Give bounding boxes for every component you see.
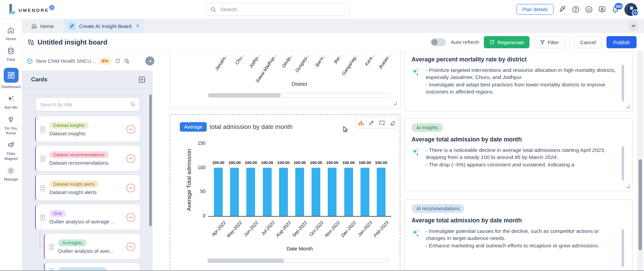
- divider: [569, 38, 570, 46]
- tab-create-ai-insight-board[interactable]: Create AI Insight Board ×: [63, 19, 144, 33]
- dataset-refresh-icon[interactable]: [115, 58, 121, 64]
- card-title: Dataset insights: [49, 131, 89, 136]
- home-icon: [7, 26, 15, 35]
- ai-card-resize-handle[interactable]: [626, 185, 629, 188]
- drag-handle-icon[interactable]: [40, 126, 45, 133]
- collapse-panel-button[interactable]: [145, 56, 154, 65]
- page-scroll-thumb[interactable]: [639, 159, 642, 250]
- chart-card-admissions[interactable]: Average total admission by date month Av…: [170, 114, 400, 271]
- magnet-icon: [7, 141, 15, 150]
- admissions-chart-hscrollbar[interactable]: [207, 259, 390, 263]
- auto-refresh-toggle[interactable]: [430, 38, 446, 46]
- notifications-bell-icon[interactable]: 354: [611, 5, 619, 13]
- date-month-axis-title: Date Month: [252, 246, 347, 251]
- cards-panel-header: Cards: [22, 71, 153, 88]
- regenerate-label: Regenerate: [497, 39, 524, 45]
- remove-card-button[interactable]: [126, 242, 135, 251]
- ai-card-text: - Prioritize targeted interventions and …: [426, 66, 625, 96]
- support-bot-icon[interactable]: [585, 5, 593, 13]
- sidebar-item-ask-me[interactable]: Ask Me: [0, 95, 22, 110]
- add-card-button[interactable]: [139, 76, 145, 83]
- sidebar-item-data-magnet[interactable]: Data Magnet: [0, 141, 22, 161]
- card-item[interactable]: Dataset recommendationsDataset recommend…: [35, 146, 140, 171]
- card-title: Dataset insight alerts: [49, 189, 98, 195]
- drag-handle-icon[interactable]: [49, 243, 54, 250]
- card-search-box[interactable]: [35, 97, 140, 111]
- sidebar-item-manage[interactable]: Manage: [0, 167, 22, 182]
- cards-panel-scroll-thumb[interactable]: [149, 94, 152, 226]
- card-item[interactable]: Dataset insightsDataset insights: [35, 116, 140, 142]
- admissions-chart-hscroll-thumb[interactable]: [207, 259, 284, 263]
- x-axis-tick-label: Jun-2022: [243, 220, 259, 238]
- dataset-progress-badge: 8%: [98, 57, 112, 65]
- tab-home[interactable]: Home: [30, 19, 55, 33]
- x-axis-tick-label: Sep-2022: [291, 220, 308, 238]
- gear-icon: [7, 167, 15, 175]
- sidebar-item-home[interactable]: Home: [0, 26, 22, 41]
- remove-card-button[interactable]: [126, 213, 135, 222]
- ai-sparkle-icon: [412, 227, 422, 249]
- bar: [279, 168, 288, 216]
- remove-card-button[interactable]: [126, 154, 135, 163]
- card-item[interactable]: Dataset insight alertsDataset insight al…: [35, 175, 140, 200]
- card-item[interactable]: GridOutlier analysis of average ...: [35, 205, 140, 230]
- ai-card[interactable]: AI insightsAverage total admission by da…: [404, 118, 633, 191]
- remove-card-button[interactable]: [126, 184, 135, 192]
- bar: [361, 168, 369, 216]
- feedback-icon[interactable]: [598, 5, 606, 13]
- card-search-input[interactable]: [40, 101, 130, 108]
- sidebar-item-do-you-know[interactable]: Do You Know: [0, 116, 22, 136]
- dataset-name: New Child Health SNCU...: [36, 58, 95, 64]
- card-item-partial[interactable]: [44, 263, 140, 271]
- district-card-resize-handle[interactable]: [393, 102, 397, 105]
- district-chart-hscroll-thumb[interactable]: [208, 93, 281, 98]
- ai-card[interactable]: AI recommendationsAverage total admissio…: [404, 199, 633, 271]
- askme-icon: [7, 95, 15, 103]
- avatar[interactable]: [624, 3, 637, 16]
- cancel-button[interactable]: Cancel: [574, 36, 602, 48]
- left-nav-sidebar: HomeDataDashboardAsk MeDo You KnowData M…: [0, 19, 22, 271]
- drag-handle-icon[interactable]: [40, 214, 45, 221]
- ai-text-line: - Prioritize targeted interventions and …: [426, 66, 617, 81]
- drag-handle-icon[interactable]: [40, 185, 45, 191]
- dataset-model-icon[interactable]: [124, 58, 130, 64]
- regenerate-button[interactable]: Regenerate: [484, 36, 529, 48]
- publish-button[interactable]: Publish: [606, 36, 637, 48]
- page-title: Untitled insight board: [38, 38, 107, 46]
- district-chart-hscrollbar[interactable]: [208, 93, 390, 98]
- cards-panel-scrollbar[interactable]: [149, 92, 152, 268]
- avatar-chevron-down-icon[interactable]: [632, 9, 639, 16]
- ai-card-scroll-thumb[interactable]: [622, 65, 624, 101]
- global-search[interactable]: [205, 3, 350, 16]
- card-type-badge: Dataset insight alerts: [49, 181, 98, 188]
- tab-close-icon[interactable]: ×: [136, 23, 139, 29]
- rocket-icon[interactable]: [559, 5, 567, 13]
- x-axis-tick-label: Jul-2022: [260, 220, 276, 237]
- card-item[interactable]: Ai-insightsOutlier analysis of aver...: [44, 234, 140, 259]
- ai-card[interactable]: Average percent mortality rate by distri…: [404, 51, 633, 111]
- search-input[interactable]: [220, 6, 345, 13]
- sidebar-item-data[interactable]: Data: [0, 47, 22, 62]
- ai-text-line: - Investigate and adopt best practices f…: [426, 81, 617, 96]
- tabbar-chevron-down-icon[interactable]: [628, 21, 639, 31]
- district-tick-label: Jaisalm...: [214, 53, 229, 72]
- ai-card-resize-handle[interactable]: [626, 105, 629, 108]
- remove-card-button[interactable]: [126, 125, 135, 134]
- lumenore-logo-mark-icon: [9, 4, 16, 14]
- x-axis-tick-label: Aug-2022: [275, 220, 292, 238]
- help-icon[interactable]: [572, 5, 580, 13]
- chart-card-district[interactable]: District Jaisalm...Chu...Jodhp...Sawai M…: [170, 51, 400, 109]
- bar-value-label: 100.00: [371, 160, 392, 165]
- filter-button[interactable]: Filter: [534, 36, 565, 48]
- board-icon: [28, 39, 34, 46]
- lumenore-logo[interactable]: UMENORE AI: [9, 4, 56, 14]
- drag-handle-icon[interactable]: [40, 155, 45, 162]
- plan-details-button[interactable]: Plan details: [517, 4, 553, 15]
- bar: [246, 168, 255, 216]
- district-tick-label: Jodhp...: [248, 53, 262, 69]
- ai-card-scroll-thumb[interactable]: [622, 229, 624, 267]
- sidebar-item-dashboard[interactable]: Dashboard: [0, 68, 22, 89]
- district-tick-label: Ganganag...: [341, 53, 359, 76]
- page-scrollbar[interactable]: [637, 51, 643, 271]
- ai-card-scroll-thumb[interactable]: [622, 146, 624, 181]
